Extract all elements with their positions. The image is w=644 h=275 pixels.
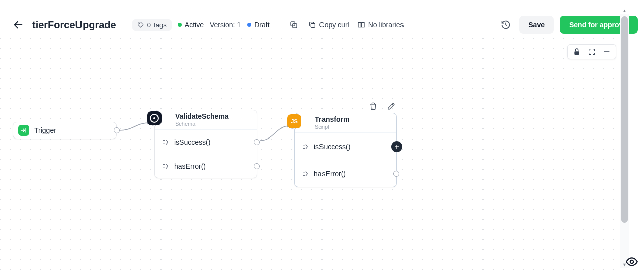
trigger-output-port[interactable] [114, 127, 120, 133]
save-button[interactable]: Save [519, 16, 554, 34]
transform-error-label: hasError() [314, 170, 346, 178]
validate-branch-success[interactable]: isSuccess() [155, 129, 257, 154]
trash-icon [369, 102, 377, 110]
libraries-button[interactable]: No libraries [356, 19, 405, 31]
transform-title: Transform [315, 116, 349, 123]
branch-icon [302, 143, 310, 151]
tags-chip[interactable]: 0 Tags [132, 19, 172, 31]
svg-rect-19 [574, 51, 579, 55]
history-button[interactable] [498, 17, 513, 32]
validate-error-label: hasError() [174, 162, 206, 170]
edit-node-button[interactable] [387, 102, 396, 111]
draft-dot-icon [247, 23, 251, 27]
svg-point-1 [139, 23, 140, 24]
copy-curl-icon [308, 21, 316, 29]
plus-icon [394, 144, 400, 150]
status-draft: Draft [247, 21, 269, 29]
branch-icon [162, 138, 170, 146]
validate-node-header: ValidateSchema Schema [155, 110, 257, 129]
branch-icon [302, 170, 310, 178]
separator [278, 19, 278, 31]
vertical-scrollbar[interactable]: ▲ ▼ [620, 14, 629, 268]
transform-error-port[interactable] [393, 171, 399, 177]
save-label: Save [528, 21, 545, 29]
validate-branch-error[interactable]: hasError() [155, 154, 257, 178]
tags-label: 0 Tags [147, 21, 167, 29]
trigger-label: Trigger [34, 126, 56, 134]
eye-icon [625, 255, 638, 268]
copy-icon [289, 20, 298, 29]
validate-error-port[interactable] [254, 163, 260, 169]
workflow-canvas[interactable]: Trigger ValidateSchema Schema isSuccess(… [0, 38, 620, 275]
transform-subtitle: Script [315, 124, 349, 130]
trigger-icon [18, 125, 29, 136]
scroll-up-arrow-icon[interactable]: ▲ [620, 8, 629, 13]
transform-node-header: JS Transform Script [295, 113, 396, 132]
book-icon [357, 21, 365, 29]
validate-title: ValidateSchema [175, 113, 229, 120]
branch-icon [162, 162, 170, 170]
draft-label: Draft [254, 21, 269, 29]
validate-subtitle: Schema [175, 121, 229, 127]
js-icon-text: JS [291, 118, 297, 124]
status-active: Active [178, 21, 204, 29]
top-bar: tierForceUpgrade 0 Tags Active Version: … [0, 14, 644, 35]
minimize-button[interactable] [602, 47, 612, 57]
svg-point-21 [630, 260, 634, 264]
canvas-toolbar [567, 44, 616, 59]
validate-success-label: isSuccess() [174, 138, 210, 146]
back-button[interactable] [10, 17, 26, 33]
minus-icon [603, 48, 611, 56]
copy-curl-label: Copy curl [319, 21, 349, 29]
preview-button[interactable] [623, 253, 641, 271]
transform-success-label: isSuccess() [314, 143, 350, 151]
tag-icon [137, 21, 144, 28]
validate-schema-node[interactable]: ValidateSchema Schema isSuccess() hasErr… [154, 110, 257, 178]
validate-success-port[interactable] [254, 139, 260, 145]
version-label: Version: 1 [210, 21, 241, 29]
lock-button[interactable] [572, 47, 582, 57]
fullscreen-icon [588, 48, 596, 56]
trigger-node[interactable]: Trigger [13, 122, 117, 139]
scrollbar-thumb[interactable] [621, 16, 628, 223]
delete-node-button[interactable] [369, 102, 378, 111]
transform-node[interactable]: JS Transform Script isSuccess() hasError… [294, 113, 397, 187]
copy-curl-button[interactable]: Copy curl [307, 19, 350, 31]
lock-icon [573, 48, 581, 56]
page-title: tierForceUpgrade [32, 19, 116, 31]
pencil-icon [387, 102, 395, 110]
status-active-label: Active [185, 21, 204, 29]
transform-branch-success[interactable]: isSuccess() [295, 132, 396, 160]
status-dot-icon [178, 23, 182, 27]
transform-branch-error[interactable]: hasError() [295, 160, 396, 187]
libraries-label: No libraries [368, 21, 404, 29]
arrow-left-icon [13, 19, 24, 30]
transform-success-add-port[interactable] [391, 141, 403, 152]
schema-icon [147, 111, 162, 125]
copy-button[interactable] [286, 17, 301, 32]
js-icon: JS [287, 114, 301, 128]
svg-rect-4 [311, 23, 315, 27]
flow-start-icon [20, 127, 27, 134]
fullscreen-button[interactable] [587, 47, 597, 57]
history-icon [501, 20, 511, 30]
transform-node-actions [369, 102, 396, 111]
